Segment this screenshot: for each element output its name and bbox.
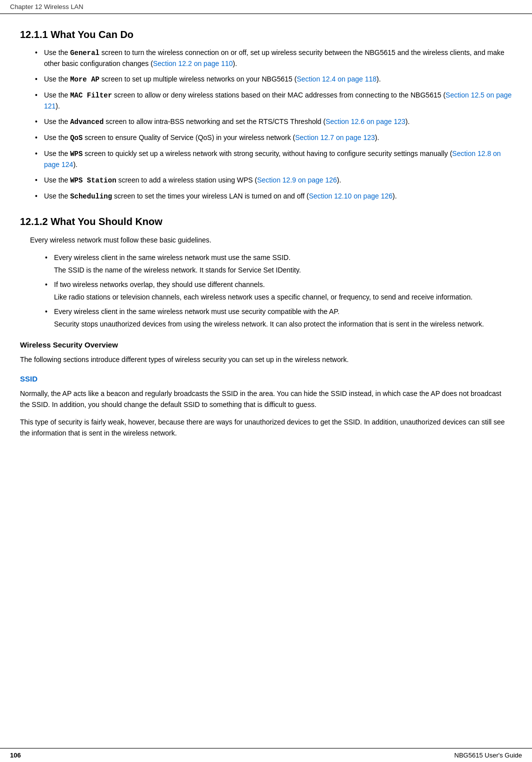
sub-bullet-ssid-subtext: The SSID is the name of the wireless net… (54, 265, 512, 276)
bullet-more-ap-code: More AP (70, 76, 100, 84)
bullet-wps-station: Use the WPS Station screen to add a wire… (35, 175, 512, 186)
bullet-qos-prefix: Use the (44, 134, 70, 142)
bullet-more-ap-middle: screen to set up multiple wireless netwo… (100, 75, 297, 83)
sub-bullet-security-subtext: Security stops unauthorized devices from… (54, 319, 512, 330)
sub-bullet-ssid: Every wireless client in the same wirele… (45, 252, 512, 276)
bullet-qos-middle: screen to ensure Quality of Service (QoS… (82, 134, 295, 142)
bullet-wps-station-prefix: Use the (44, 176, 70, 184)
bullet-scheduling-prefix: Use the (44, 192, 70, 200)
bullet-general-prefix: Use the (44, 48, 70, 56)
bullet-advanced-link[interactable]: Section 12.6 on page 123 (326, 118, 406, 126)
sub-bullet-ssid-text: Every wireless client in the same wirele… (54, 254, 290, 262)
sub-bullet-security: Every wireless client in the same wirele… (45, 306, 512, 330)
bullet-more-ap-link[interactable]: Section 12.4 on page 118 (296, 75, 376, 83)
bullet-general-code: General (70, 49, 100, 57)
bullet-mac-filter: Use the MAC Filter screen to allow or de… (35, 90, 512, 112)
page-number: 106 (10, 752, 21, 759)
bullet-advanced-prefix: Use the (44, 118, 70, 126)
bullet-scheduling-middle: screen to set the times your wireless LA… (112, 192, 308, 200)
bullet-mac-filter-code: MAC Filter (70, 92, 112, 100)
bullet-scheduling-code: Scheduling (70, 192, 112, 200)
bullet-more-ap-suffix: ). (376, 75, 381, 83)
bullet-more-ap-prefix: Use the (44, 75, 70, 83)
guide-name: NBG5615 User's Guide (454, 752, 522, 759)
bullet-advanced-middle: screen to allow intra-BSS networking and… (104, 118, 326, 126)
bullet-scheduling-suffix: ). (392, 192, 397, 200)
bullet-more-ap: Use the More AP screen to set up multipl… (35, 74, 512, 85)
wireless-security-title: Wireless Security Overview (20, 340, 512, 349)
bullet-wps-station-middle: screen to add a wireless station using W… (116, 176, 258, 184)
bullet-qos-code: QoS (70, 134, 82, 142)
bullet-advanced-suffix: ). (406, 118, 410, 126)
bullet-mac-filter-middle: screen to allow or deny wireless station… (112, 91, 446, 99)
bullet-wps-middle: screen to quickly set up a wireless netw… (82, 150, 452, 158)
bullet-advanced: Use the Advanced screen to allow intra-B… (35, 116, 512, 128)
chapter-title: Chapter 12 Wireless LAN (10, 3, 84, 10)
ssid-para2: This type of security is fairly weak, ho… (20, 416, 512, 439)
section-2-intro: Every wireless network must follow these… (30, 234, 512, 246)
bullet-mac-filter-prefix: Use the (44, 91, 70, 99)
wireless-security-intro: The following sections introduce differe… (20, 354, 512, 365)
page-footer: 106 NBG5615 User's Guide (0, 748, 532, 762)
bullet-wps-station-suffix: ). (337, 176, 342, 184)
bullet-scheduling-link[interactable]: Section 12.10 on page 126 (309, 192, 392, 200)
bullet-scheduling: Use the Scheduling screen to set the tim… (35, 191, 512, 202)
bullet-qos: Use the QoS screen to ensure Quality of … (35, 132, 512, 144)
sub-bullet-channels-text: If two wireless networks overlap, they s… (54, 280, 265, 288)
bullet-general-suffix: ). (233, 60, 238, 68)
bullet-general: Use the General screen to turn the wirel… (35, 48, 512, 69)
bullet-qos-suffix: ). (375, 134, 380, 142)
sub-bullet-channels: If two wireless networks overlap, they s… (45, 280, 512, 302)
ssid-para1: Normally, the AP acts like a beacon and … (20, 388, 512, 410)
bullet-wps-station-link[interactable]: Section 12.9 on page 126 (257, 176, 337, 184)
section-12-1-2-title: 12.1.2 What You Should Know (20, 216, 512, 228)
bullet-general-link[interactable]: Section 12.2 on page 110 (153, 60, 233, 68)
section-1-bullet-list: Use the General screen to turn the wirel… (35, 48, 512, 202)
bullet-advanced-code: Advanced (70, 118, 104, 126)
bullet-wps: Use the WPS screen to quickly set up a w… (35, 148, 512, 170)
bullet-wps-prefix: Use the (44, 150, 70, 158)
section-2-bullet-list: Every wireless client in the same wirele… (45, 252, 512, 330)
bullet-mac-filter-suffix: ). (56, 102, 60, 110)
chapter-header: Chapter 12 Wireless LAN (0, 0, 532, 14)
ssid-title: SSID (20, 374, 512, 383)
bullet-wps-suffix: ). (73, 160, 78, 168)
bullet-wps-station-code: WPS Station (70, 176, 116, 184)
section-12-1-1-title: 12.1.1 What You Can Do (20, 29, 512, 40)
bullet-general-middle: screen to turn the wireless connection o… (44, 48, 504, 68)
sub-bullet-security-text: Every wireless client in the same wirele… (54, 308, 340, 316)
bullet-qos-link[interactable]: Section 12.7 on page 123 (295, 134, 375, 142)
sub-bullet-channels-subtext: Like radio stations or television channe… (54, 292, 512, 302)
bullet-wps-code: WPS (70, 150, 82, 158)
